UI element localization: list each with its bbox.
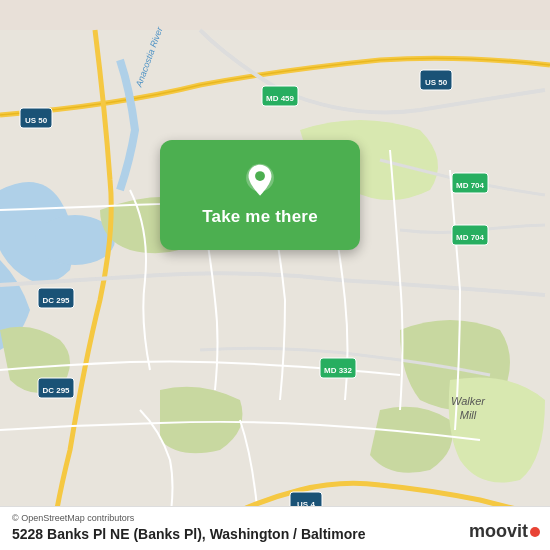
moovit-logo: moovit [469, 521, 540, 542]
osm-attribution: © OpenStreetMap contributors [12, 513, 538, 523]
svg-text:MD 332: MD 332 [324, 366, 353, 375]
bottom-bar: © OpenStreetMap contributors 5228 Banks … [0, 506, 550, 550]
svg-text:MD 704: MD 704 [456, 181, 485, 190]
map-background: US 50 US 50 MD 459 MD 704 MD 704 DC 295 … [0, 0, 550, 550]
svg-point-24 [255, 171, 265, 181]
location-pin-icon [242, 163, 278, 199]
take-me-there-button[interactable]: Take me there [160, 140, 360, 250]
svg-text:MD 459: MD 459 [266, 94, 295, 103]
svg-text:Walker: Walker [451, 395, 486, 407]
svg-text:Mill: Mill [460, 409, 477, 421]
svg-text:DC 295: DC 295 [42, 296, 70, 305]
svg-text:DC 295: DC 295 [42, 386, 70, 395]
address-line: 5228 Banks Pl NE (Banks Pl), Washington … [12, 526, 538, 542]
svg-text:US 50: US 50 [425, 78, 448, 87]
map-container: US 50 US 50 MD 459 MD 704 MD 704 DC 295 … [0, 0, 550, 550]
moovit-brand-text: moovit [469, 521, 528, 542]
svg-text:US 50: US 50 [25, 116, 48, 125]
attribution-text: © OpenStreetMap contributors [12, 513, 134, 523]
take-me-there-label: Take me there [202, 207, 318, 227]
moovit-logo-dot [530, 527, 540, 537]
svg-text:MD 704: MD 704 [456, 233, 485, 242]
